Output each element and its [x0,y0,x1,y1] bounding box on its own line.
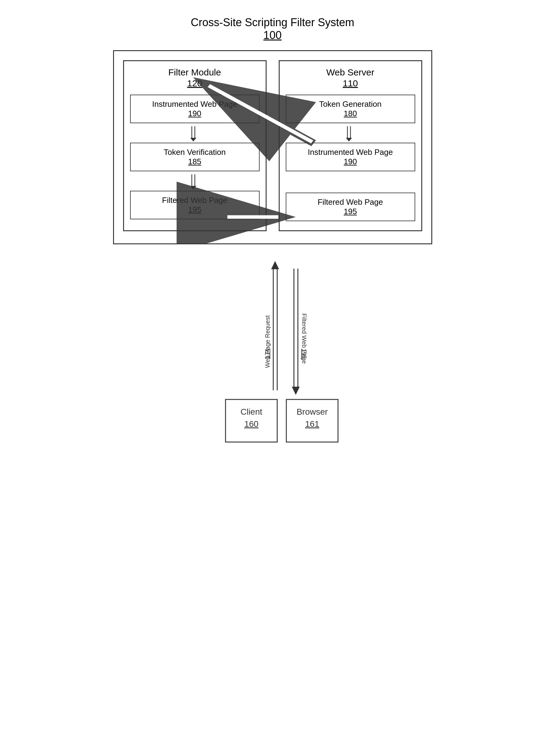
svg-text:161: 161 [305,419,319,429]
token-generation-box: Token Generation 180 [286,95,415,123]
title-line1: Cross-Site Scripting Filter System [191,16,354,29]
fwp-right-number: 195 [289,207,411,216]
svg-text:Web Page Request: Web Page Request [264,315,271,368]
svg-marker-5 [190,186,196,190]
iwp-left-number: 190 [134,109,256,118]
web-server-box: Web Server 110 Token Generation 180 [279,60,422,231]
arrow-tv-to-fwp [130,174,260,190]
token-verification-box: Token Verification 185 [130,143,260,171]
down-arrow-svg-3 [341,126,359,141]
filter-module-box: Filter Module 120 Instrumented Web Page … [123,60,267,231]
diagram-container: Cross-Site Scripting Filter System 100 F… [106,16,440,740]
down-arrow-svg-1 [186,126,204,141]
iwp-right-label: Instrumented Web Page [289,148,411,157]
fwp-left-number: 195 [134,205,256,214]
svg-marker-16 [271,261,279,269]
title-number: 100 [263,29,281,41]
iwp-left-label: Instrumented Web Page [134,99,256,109]
instrumented-web-page-right: Instrumented Web Page 190 [286,143,415,171]
web-server-number: 110 [286,78,415,89]
svg-text:Client: Client [241,407,262,416]
svg-marker-2 [190,138,196,141]
tv-number: 185 [134,157,256,166]
svg-text:174: 174 [264,349,271,359]
down-arrow-svg-2 [186,174,204,190]
arrow-tg-to-iwp [286,126,415,141]
iwp-right-number: 190 [289,157,411,166]
bottom-arrows-svg: Web Page Request 174 Filtered Web Page 1… [113,244,432,457]
svg-marker-8 [346,138,352,141]
fwp-right-label: Filtered Web Page [289,197,411,207]
bottom-section: Web Page Request 174 Filtered Web Page 1… [113,244,432,457]
system-title: Cross-Site Scripting Filter System 100 [191,16,354,42]
instrumented-web-page-left: Instrumented Web Page 190 [130,95,260,123]
svg-marker-19 [292,387,300,395]
tg-label: Token Generation [289,99,411,109]
svg-text:Browser: Browser [296,407,328,416]
tg-number: 180 [289,109,411,118]
svg-text:195: 195 [301,349,307,359]
arrow-iwp-to-tv [130,126,260,141]
svg-text:160: 160 [244,419,259,429]
outer-box: Filter Module 120 Instrumented Web Page … [113,50,432,244]
tv-label: Token Verification [134,148,256,157]
fwp-left-label: Filtered Web Page [134,196,256,205]
modules-row: Filter Module 120 Instrumented Web Page … [123,60,422,231]
filter-module-label: Filter Module [130,67,260,78]
filter-module-number: 120 [130,78,260,89]
filtered-web-page-left: Filtered Web Page 195 [130,191,260,219]
web-server-label: Web Server [286,67,415,78]
filtered-web-page-right: Filtered Web Page 195 [286,193,415,221]
